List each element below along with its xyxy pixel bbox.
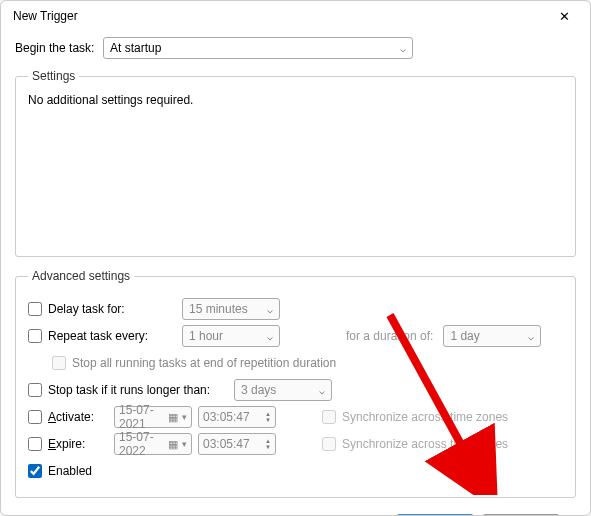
chevron-down-icon: ⌵ bbox=[319, 385, 325, 396]
delay-label: Delay task for: bbox=[48, 302, 176, 316]
repeat-value: 1 hour bbox=[189, 329, 223, 343]
titlebar: New Trigger ✕ bbox=[1, 1, 590, 29]
delay-value: 15 minutes bbox=[189, 302, 248, 316]
new-trigger-dialog: New Trigger ✕ Begin the task: At startup… bbox=[0, 0, 591, 516]
stop-all-row: Stop all running tasks at end of repetit… bbox=[52, 352, 563, 374]
activate-checkbox[interactable] bbox=[28, 410, 42, 424]
activate-sync-checkbox bbox=[322, 410, 336, 424]
activate-date-value: 15-07-2021 bbox=[119, 403, 164, 431]
activate-label: Activate: bbox=[48, 410, 108, 424]
expire-label: Expire: bbox=[48, 437, 108, 451]
footer: OK Cancel bbox=[15, 506, 576, 516]
enabled-label: Enabled bbox=[48, 464, 92, 478]
activate-date[interactable]: 15-07-2021 ▦ ▾ bbox=[114, 406, 192, 428]
activate-sync-label: Synchronize across time zones bbox=[342, 410, 508, 424]
settings-legend: Settings bbox=[28, 69, 79, 83]
activate-sync-group: Synchronize across time zones bbox=[322, 410, 508, 424]
repeat-duration-select[interactable]: 1 day ⌵ bbox=[443, 325, 541, 347]
settings-group: Settings No additional settings required… bbox=[15, 69, 576, 257]
expire-sync-group: Synchronize across time zones bbox=[322, 437, 508, 451]
close-icon: ✕ bbox=[559, 9, 570, 24]
calendar-icon: ▦ bbox=[168, 438, 178, 451]
begin-task-select[interactable]: At startup ⌵ bbox=[103, 37, 413, 59]
activate-time-value: 03:05:47 bbox=[203, 410, 250, 424]
spinner-icon: ▲▼ bbox=[265, 438, 271, 450]
chevron-down-icon: ▾ bbox=[182, 439, 187, 449]
begin-task-label: Begin the task: bbox=[15, 41, 95, 55]
begin-task-row: Begin the task: At startup ⌵ bbox=[15, 37, 576, 59]
stoplong-value: 3 days bbox=[241, 383, 276, 397]
stoplong-label: Stop task if it runs longer than: bbox=[48, 383, 228, 397]
calendar-icon: ▦ bbox=[168, 411, 178, 424]
repeat-checkbox[interactable] bbox=[28, 329, 42, 343]
stoplong-row: Stop task if it runs longer than: 3 days… bbox=[28, 379, 563, 401]
chevron-down-icon: ▾ bbox=[182, 412, 187, 422]
expire-time-value: 03:05:47 bbox=[203, 437, 250, 451]
repeat-label: Repeat task every: bbox=[48, 329, 176, 343]
expire-checkbox[interactable] bbox=[28, 437, 42, 451]
expire-date-value: 15-07-2022 bbox=[119, 430, 164, 458]
advanced-settings-legend: Advanced settings bbox=[28, 269, 134, 283]
stop-all-label: Stop all running tasks at end of repetit… bbox=[72, 356, 336, 370]
advanced-settings-group: Advanced settings Delay task for: 15 min… bbox=[15, 269, 576, 498]
delay-row: Delay task for: 15 minutes ⌵ bbox=[28, 298, 563, 320]
delay-checkbox[interactable] bbox=[28, 302, 42, 316]
activate-row: Activate: 15-07-2021 ▦ ▾ 03:05:47 ▲▼ Syn… bbox=[28, 406, 563, 428]
chevron-down-icon: ⌵ bbox=[400, 43, 406, 54]
enabled-row: Enabled bbox=[28, 460, 563, 482]
expire-sync-label: Synchronize across time zones bbox=[342, 437, 508, 451]
activate-time[interactable]: 03:05:47 ▲▼ bbox=[198, 406, 276, 428]
content: Begin the task: At startup ⌵ Settings No… bbox=[1, 29, 590, 516]
expire-row: Expire: 15-07-2022 ▦ ▾ 03:05:47 ▲▼ Synch… bbox=[28, 433, 563, 455]
stoplong-checkbox[interactable] bbox=[28, 383, 42, 397]
delay-select[interactable]: 15 minutes ⌵ bbox=[182, 298, 280, 320]
close-button[interactable]: ✕ bbox=[548, 4, 580, 28]
chevron-down-icon: ⌵ bbox=[267, 304, 273, 315]
repeat-duration-label: for a duration of: bbox=[346, 329, 433, 343]
chevron-down-icon: ⌵ bbox=[267, 331, 273, 342]
stoplong-select[interactable]: 3 days ⌵ bbox=[234, 379, 332, 401]
expire-date[interactable]: 15-07-2022 ▦ ▾ bbox=[114, 433, 192, 455]
expire-time[interactable]: 03:05:47 ▲▼ bbox=[198, 433, 276, 455]
stop-all-checkbox bbox=[52, 356, 66, 370]
window-title: New Trigger bbox=[13, 9, 78, 23]
expire-sync-checkbox bbox=[322, 437, 336, 451]
repeat-select[interactable]: 1 hour ⌵ bbox=[182, 325, 280, 347]
repeat-row: Repeat task every: 1 hour ⌵ for a durati… bbox=[28, 325, 563, 347]
chevron-down-icon: ⌵ bbox=[528, 331, 534, 342]
repeat-duration-value: 1 day bbox=[450, 329, 479, 343]
settings-text: No additional settings required. bbox=[28, 93, 563, 107]
spinner-icon: ▲▼ bbox=[265, 411, 271, 423]
begin-task-value: At startup bbox=[110, 41, 161, 55]
enabled-checkbox[interactable] bbox=[28, 464, 42, 478]
